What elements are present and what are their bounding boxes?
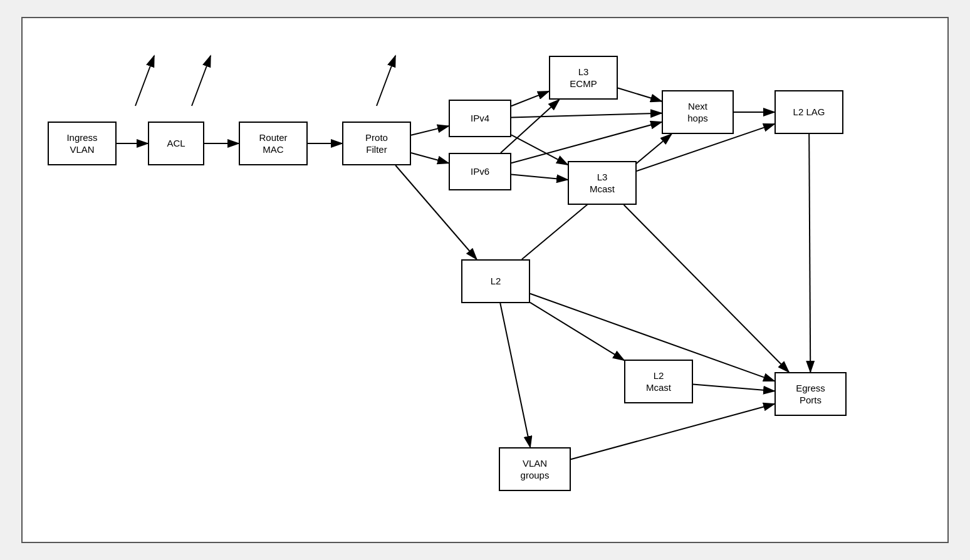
node-l3-mcast: L3 Mcast: [568, 161, 637, 205]
svg-line-6: [511, 91, 549, 106]
svg-line-18: [500, 303, 530, 447]
node-l2: L2: [461, 259, 530, 303]
svg-line-24: [192, 56, 211, 106]
svg-line-12: [618, 88, 662, 101]
node-acl: ACL: [148, 122, 204, 165]
svg-line-4: [411, 153, 449, 163]
node-ipv4: IPv4: [449, 100, 511, 137]
node-ipv6: IPv6: [449, 153, 511, 190]
svg-line-20: [809, 134, 810, 372]
node-vlan-groups: VLAN groups: [499, 447, 571, 491]
svg-line-21: [693, 385, 774, 391]
node-l2-lag: L2 LAG: [774, 90, 843, 134]
node-l2-mcast: L2 Mcast: [624, 360, 693, 403]
svg-line-25: [377, 56, 395, 106]
node-l3-ecmp: L3 ECMP: [549, 56, 618, 100]
svg-line-7: [511, 113, 662, 118]
svg-line-8: [511, 135, 568, 165]
node-next-hops: Next hops: [662, 90, 734, 134]
diagram-container: Ingress VLANACLRouter MACProto FilterIPv…: [21, 17, 949, 543]
node-egress-ports: Egress Ports: [774, 372, 847, 416]
svg-line-10: [511, 175, 568, 180]
node-ingress-vlan: Ingress VLAN: [48, 122, 117, 165]
svg-line-14: [624, 205, 789, 372]
node-router-mac: Router MAC: [239, 122, 308, 165]
svg-line-23: [135, 56, 154, 106]
svg-line-3: [411, 126, 449, 135]
svg-line-22: [571, 404, 774, 460]
svg-line-9: [511, 122, 662, 163]
svg-line-17: [530, 303, 624, 360]
node-proto-filter: Proto Filter: [342, 122, 411, 165]
